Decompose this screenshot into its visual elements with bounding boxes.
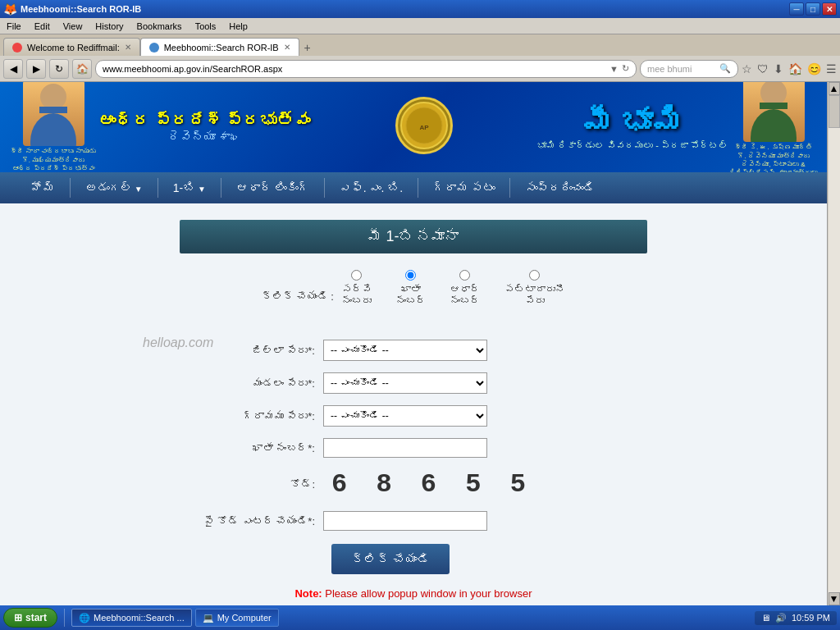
menu-edit[interactable]: Edit — [31, 20, 53, 33]
account-row: ఖాతా నంబర్*: — [126, 438, 701, 458]
volume-icon: 🔊 — [775, 613, 787, 623]
tab-1[interactable]: Meebhoomi::Search ROR-IB ✕ — [140, 38, 299, 56]
village-label: గ్రామము పేరు*: — [192, 410, 323, 422]
nav-home[interactable]: హోమ్ — [16, 176, 70, 199]
svg-point-7 — [751, 109, 797, 142]
account-input[interactable] — [323, 438, 487, 458]
radio-account-input[interactable] — [405, 270, 416, 281]
tab-favicon-0 — [12, 43, 22, 52]
village-row: గ్రామము పేరు*: -- ఎంచుకొండి -- — [126, 405, 701, 427]
radio-name-input[interactable] — [529, 270, 540, 281]
bookmark-star-icon[interactable]: ☆ — [742, 62, 752, 75]
menu-icon[interactable]: ☰ — [826, 62, 837, 75]
mandal-select[interactable]: -- ఎంచుకొండి -- — [323, 372, 487, 394]
menu-history[interactable]: History — [92, 20, 126, 33]
left-person-section: శ్రీ నారా చంద్రబాబు నాయుడు గౌ. ముఖ్యమంత్… — [8, 82, 98, 172]
svg-rect-2 — [39, 107, 67, 113]
search-bar[interactable]: mee bhumi 🔍 — [640, 60, 738, 78]
site-subtitle: భూమి రికార్డుల వివరములు - ప్రజా పోర్టల్ — [537, 140, 728, 150]
menu-bookmarks[interactable]: Bookmarks — [134, 20, 185, 33]
menu-view[interactable]: View — [60, 20, 86, 33]
network-icon: 🖥 — [761, 613, 770, 623]
system-tray: 🖥 🔊 10:59 PM — [755, 611, 837, 625]
tab-close-1[interactable]: ✕ — [284, 43, 290, 52]
windows-icon: ⊞ — [14, 612, 22, 623]
home-button[interactable]: 🏠 — [72, 59, 92, 79]
taskbar-icon-0: 🌐 — [79, 613, 90, 623]
header-center: ఆంధ్ర ప్రదేశ్ ప్రభుత్వం రెవెన్యూ శాఖ AP … — [98, 97, 728, 158]
nav-adangal[interactable]: అడంగల్ — [71, 176, 158, 199]
radio-aadhar-input[interactable] — [459, 270, 470, 281]
nav-aadhar[interactable]: ఆధార్ లింకింగ్ — [221, 176, 324, 199]
left-person-name: శ్రీ నారా చంద్రబాబు నాయుడు గౌ. ముఖ్యమంత్… — [11, 148, 97, 172]
site-header: శ్రీ నారా చంద్రబాబు నాయుడు గౌ. ముఖ్యమంత్… — [0, 82, 827, 172]
minimize-button[interactable]: ─ — [789, 2, 804, 16]
search-icon[interactable]: 🔍 — [719, 63, 731, 74]
form-title: మీ 1-బి నమూనా — [180, 220, 647, 253]
right-person-image — [743, 82, 805, 142]
radio-aadhar: ఆధార్నంబర్ — [450, 270, 480, 307]
tab-0[interactable]: Welcome to Rediffmail: ✕ — [3, 38, 140, 56]
browser-icon: 🦊 — [3, 2, 17, 16]
tab-label-1: Meebhoomi::Search ROR-IB — [164, 43, 279, 52]
radio-account: ఖాతానంబర్ — [396, 270, 426, 307]
radio-survey-input[interactable] — [351, 270, 362, 281]
scrollbar[interactable]: ▲ ▼ — [827, 82, 840, 605]
scroll-thumb[interactable] — [829, 95, 840, 128]
forward-button[interactable]: ▶ — [26, 59, 46, 79]
url-text: www.meebhoomi.ap.gov.in/SearchROR.aspx — [103, 64, 282, 74]
menu-help[interactable]: Help — [226, 20, 251, 33]
taskbar-item-0[interactable]: 🌐 Meebhoomi::Search ... — [71, 609, 192, 627]
start-button[interactable]: ⊞ start — [3, 608, 57, 628]
download-icon[interactable]: ⬇ — [774, 62, 783, 75]
menu-tools[interactable]: Tools — [192, 20, 220, 33]
svg-point-6 — [760, 82, 787, 106]
restore-button[interactable]: □ — [806, 2, 820, 16]
radio-survey: సర్వేనంబరు — [342, 270, 372, 307]
taskbar-icon-1: 💻 — [203, 613, 214, 623]
scroll-down-button[interactable]: ▼ — [829, 592, 840, 605]
browser-icons: ☆ 🛡 ⬇ 🏠 😊 ☰ — [742, 62, 837, 75]
refresh-icon[interactable]: ↻ — [622, 63, 629, 74]
emblem: AP — [395, 97, 453, 154]
enter-code-input[interactable] — [323, 511, 487, 531]
taskbar: ⊞ start 🌐 Meebhoomi::Search ... 💻 My Com… — [0, 605, 840, 630]
new-tab-button[interactable]: + — [299, 39, 316, 56]
tab-favicon-1 — [149, 43, 159, 52]
radio-name: పట్టాదారునిపేరు — [504, 270, 565, 307]
radio-section-label: క్లిక్ చేయండి : — [262, 290, 334, 303]
nav-contact[interactable]: సంప్రదించండి — [510, 176, 609, 199]
captcha-code: 6 8 6 5 5 — [331, 469, 532, 500]
district-select[interactable]: -- ఎంచుకొండి -- — [323, 340, 487, 361]
taskbar-right: 🖥 🔊 10:59 PM — [755, 611, 837, 625]
tab-close-0[interactable]: ✕ — [125, 43, 131, 52]
taskbar-separator — [64, 609, 65, 627]
note-section: Note: Please allow popup window in your … — [126, 587, 701, 600]
refresh-button[interactable]: ↻ — [49, 59, 69, 79]
radio-name-label: పట్టాదారునిపేరు — [504, 284, 565, 307]
nav-fmb[interactable]: ఎఫ్. ఎం. బి. — [325, 176, 418, 199]
radio-account-label: ఖాతానంబర్ — [396, 284, 426, 307]
taskbar-label-0: Meebhoomi::Search ... — [94, 613, 185, 623]
enter-code-label: పై కోడ్ ఎంటర్ చేయండి*: — [192, 515, 323, 527]
window-title: Meebhoomi::Search ROR-IB — [21, 4, 141, 14]
home-icon2[interactable]: 🏠 — [788, 62, 802, 75]
face-icon: 😊 — [807, 62, 821, 75]
right-person-section: శ్రీ కె. ఈ. కృష్ణ మూర్తి గౌ. రెవెన్యూ మం… — [728, 82, 819, 172]
close-button[interactable]: ✕ — [822, 2, 837, 16]
submit-section: క్లిక్ చేయండి — [126, 544, 701, 574]
clock: 10:59 PM — [792, 613, 830, 623]
submit-button[interactable]: క్లిక్ చేయండి — [331, 544, 450, 574]
taskbar-item-1[interactable]: 💻 My Computer — [195, 609, 279, 627]
nav-1b[interactable]: 1-బి — [158, 176, 221, 199]
scroll-up-button[interactable]: ▲ — [829, 82, 840, 95]
menu-file[interactable]: File — [3, 20, 25, 33]
village-select[interactable]: -- ఎంచుకొండి -- — [323, 405, 487, 427]
url-bar[interactable]: www.meebhoomi.ap.gov.in/SearchROR.aspx ▼… — [95, 60, 637, 78]
nav-grama[interactable]: గ్రామ పటం — [418, 176, 509, 199]
svg-point-0 — [40, 84, 66, 110]
note-content: Please allow popup window in your browse… — [325, 587, 532, 600]
enter-code-row: పై కోడ్ ఎంటర్ చేయండి*: — [126, 511, 701, 531]
back-button[interactable]: ◀ — [3, 59, 23, 79]
dept-title: రెవెన్యూ శాఖ — [98, 130, 310, 144]
